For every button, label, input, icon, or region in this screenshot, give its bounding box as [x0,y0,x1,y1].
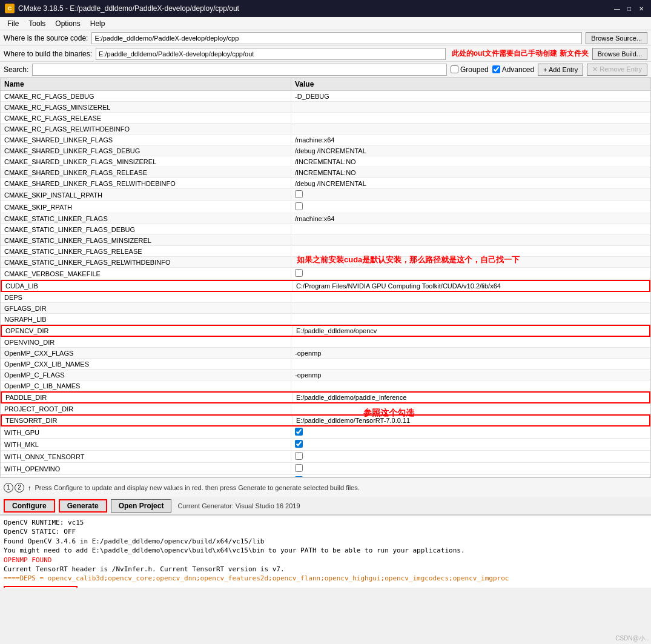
row-value-cell[interactable] [291,427,650,438]
table-row[interactable]: OpenMP_C_FLAGS-openmp [1,370,650,380]
window-controls: — □ ✕ [612,4,646,13]
menu-help[interactable]: Help [85,18,110,29]
open-project-button[interactable]: Open Project [111,499,172,513]
table-row[interactable]: CMAKE_STATIC_LINKER_FLAGS_DEBUG [1,224,650,235]
table-row[interactable]: WITH_ONNX_TENSORRT [1,451,650,463]
row-name-cell: DEPS [1,293,291,302]
table-row[interactable]: GFLAGS_DIR [1,303,650,314]
row-checkbox[interactable] [295,428,303,436]
table-row[interactable]: OpenMP_CXX_FLAGS-openmp [1,348,650,359]
table-row[interactable]: CMAKE_STATIC_LINKER_FLAGS/machine:x64 [1,213,650,224]
table-row[interactable]: CMAKE_RC_FLAGS_RELEASE [1,113,650,124]
row-checkbox[interactable] [295,464,303,472]
add-entry-button[interactable]: + Add Entry [538,64,583,76]
row-checkbox[interactable] [295,452,303,460]
row-value-cell [291,228,650,231]
table-row[interactable]: CMAKE_SHARED_LINKER_FLAGS_DEBUG/debug /I… [1,145,650,156]
row-value-cell[interactable] [291,268,650,279]
table-row[interactable]: CMAKE_SKIP_INSTALL_RPATH [1,189,650,201]
row-value-cell: /machine:x64 [291,214,650,224]
table-row[interactable]: CMAKE_SHARED_LINKER_FLAGS_RELEASE/INCREM… [1,167,650,178]
row-value-cell[interactable] [291,475,650,477]
table-row[interactable]: CMAKE_STATIC_LINKER_FLAGS_RELEASE [1,246,650,257]
row-value-cell [291,363,650,365]
source-input[interactable] [91,32,582,44]
advanced-checkbox[interactable] [492,65,500,73]
table-row[interactable]: CMAKE_STATIC_LINKER_FLAGS_RELWITHDEBINFO [1,257,650,268]
cmake-table[interactable]: Name Value CMAKE_RC_FLAGS_DEBUG-D_DEBUGC… [0,78,651,477]
table-row[interactable]: WITH_PADDLE_TENSORRT [1,475,650,477]
row-checkbox[interactable] [295,202,303,210]
maximize-button[interactable]: □ [624,4,634,13]
table-row[interactable]: CMAKE_SHARED_LINKER_FLAGS_RELWITHDEBINFO… [1,178,650,189]
table-row[interactable]: TENSORRT_DIRE:/paddle_ddldemo/TensorRT-7… [1,414,650,427]
row-value-cell[interactable] [291,189,650,201]
table-row[interactable]: CMAKE_SKIP_RPATH [1,201,650,213]
row-value-cell[interactable] [291,451,650,462]
table-row[interactable]: OpenMP_CXX_LIB_NAMES [1,359,650,370]
row-value-cell [291,408,650,410]
table-row[interactable]: NGRAPH_LIB [1,314,650,325]
row-checkbox[interactable] [295,440,303,448]
row-name-cell: WITH_OPENVINO [1,464,291,474]
row-name-cell: CMAKE_SHARED_LINKER_FLAGS_RELEASE [1,168,291,178]
output-area: OpenCV RUNTIME: vc15OpenCV STATIC: OFFFo… [0,515,651,588]
menu-bar: File Tools Options Help [0,17,651,30]
configure-button[interactable]: Configure [4,499,55,513]
row-name-cell: WITH_ONNX_TENSORRT [1,452,291,462]
success-box: Configuring done Generating done [4,586,78,588]
generate-button[interactable]: Generate [59,499,107,513]
row-name-cell: CUDA_LIB [2,281,292,291]
grouped-checkbox[interactable] [451,65,458,73]
table-row[interactable]: CUDA_LIBC:/Program Files/NVIDIA GPU Comp… [1,280,650,292]
minimize-button[interactable]: — [612,4,622,13]
row-checkbox[interactable] [295,190,303,198]
table-row[interactable]: OPENCV_DIRE:/paddle_ddldemo/opencv [1,325,650,337]
table-row[interactable]: OpenMP_C_LIB_NAMES [1,380,650,391]
row-value-cell[interactable] [291,201,650,213]
table-row[interactable]: PADDLE_DIRE:/paddle_ddldemo/paddle_infer… [1,391,650,403]
table-row[interactable]: CMAKE_VERBOSE_MAKEFILE [1,268,650,280]
row-value-cell[interactable] [291,463,650,474]
row-name-cell: CMAKE_STATIC_LINKER_FLAGS [1,214,291,224]
browse-build-button[interactable]: Browse Build... [592,48,647,60]
row-value-cell[interactable] [291,439,650,450]
menu-file[interactable]: File [2,18,24,29]
row-value-cell [291,128,650,130]
row-value-cell [291,296,650,299]
grouped-label[interactable]: Grouped [460,65,489,74]
table-row[interactable]: WITH_MKL [1,439,650,451]
table-row[interactable]: CMAKE_RC_FLAGS_MINSIZEREL [1,102,650,113]
remove-entry-button[interactable]: ✕ Remove Entry [587,64,647,76]
row-name-cell: CMAKE_SHARED_LINKER_FLAGS_DEBUG [1,146,291,156]
row-name-cell: OPENVINO_DIR [1,337,291,347]
close-button[interactable]: ✕ [636,4,646,13]
row-checkbox[interactable] [295,476,303,477]
table-row[interactable]: WITH_OPENVINO [1,463,650,475]
menu-tools[interactable]: Tools [24,18,50,29]
source-label: Where is the source code: [4,34,88,42]
table-row[interactable]: CMAKE_STATIC_LINKER_FLAGS_MINSIZEREL [1,235,650,246]
row-name-cell: CMAKE_SHARED_LINKER_FLAGS_MINSIZEREL [1,157,291,167]
row-name-cell: CMAKE_STATIC_LINKER_FLAGS_DEBUG [1,225,291,234]
search-input[interactable] [32,64,447,76]
row-checkbox[interactable] [295,269,303,277]
table-body: CMAKE_RC_FLAGS_DEBUG-D_DEBUGCMAKE_RC_FLA… [1,91,650,477]
browse-source-button[interactable]: Browse Source... [586,32,647,44]
table-row[interactable]: CMAKE_SHARED_LINKER_FLAGS/machine:x64 [1,134,650,145]
table-row[interactable]: OPENVINO_DIR [1,337,650,348]
table-row[interactable]: PROJECT_ROOT_DIR [1,403,650,414]
step1: 1 [4,483,13,493]
table-row[interactable]: CMAKE_SHARED_LINKER_FLAGS_MINSIZEREL/INC… [1,156,650,167]
advanced-label[interactable]: Advanced [502,65,534,74]
table-row[interactable]: WITH_GPU [1,427,650,439]
table-row[interactable]: DEPS [1,292,650,303]
row-name-cell: TENSORRT_DIR [2,416,292,425]
table-row[interactable]: CMAKE_RC_FLAGS_RELWITHDEBINFO [1,124,650,134]
menu-options[interactable]: Options [50,18,85,29]
row-value-cell: /machine:x64 [291,135,650,145]
row-name-cell: OpenMP_C_LIB_NAMES [1,381,291,391]
table-row[interactable]: CMAKE_RC_FLAGS_DEBUG-D_DEBUG [1,91,650,102]
build-annotation: 此处的out文件需要自己手动创建 新文件夹 [452,48,589,59]
build-input[interactable] [96,48,446,60]
